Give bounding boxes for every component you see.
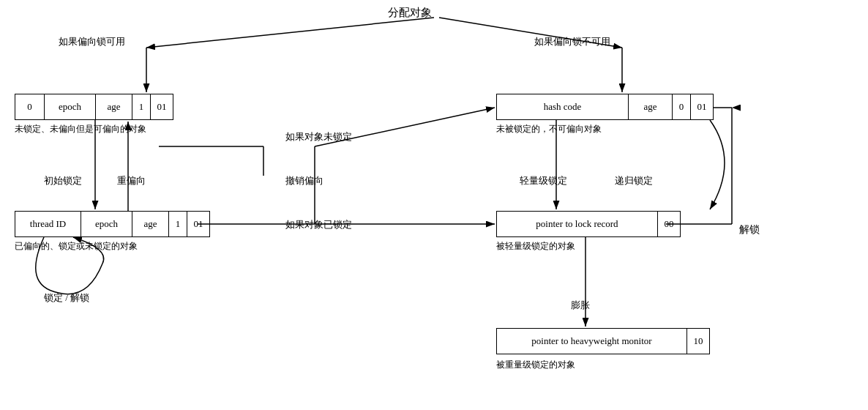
cell-0: 0 (15, 94, 45, 119)
box-unbiased: 0 epoch age 1 01 (15, 94, 173, 120)
cell-10: 10 (687, 329, 709, 354)
box3-label: 未被锁定的，不可偏向对象 (496, 123, 602, 135)
title-label: 分配对象 (388, 6, 432, 20)
inflate-label: 膨胀 (571, 299, 590, 312)
cell-epoch2: epoch (81, 212, 132, 236)
left-condition-label: 如果偏向锁可用 (59, 35, 125, 48)
cell-1b: 1 (169, 212, 187, 236)
box5-label: 被重量级锁定的对象 (496, 359, 575, 371)
lock-unlock-label: 锁定 / 解锁 (44, 291, 89, 305)
arrows-svg (0, 0, 868, 410)
cell-00: 00 (658, 212, 680, 236)
cell-heavyptr: pointer to heavyweight monitor (497, 329, 687, 354)
cell-01a: 01 (151, 94, 173, 119)
unlock-label: 解锁 (739, 223, 760, 236)
rebias-label: 重偏向 (117, 174, 146, 187)
cell-01c: 01 (691, 94, 713, 119)
cell-epoch1: epoch (45, 94, 96, 119)
recursive-label: 递归锁定 (615, 174, 653, 187)
revoke-label: 撤销偏向 (285, 174, 323, 187)
cell-lockptr: pointer to lock record (497, 212, 658, 236)
lightweight-label: 轻量级锁定 (520, 174, 567, 187)
cell-hashcode: hash code (497, 94, 629, 119)
box-heavyweight: pointer to heavyweight monitor 10 (496, 328, 710, 354)
box-lockrecord: pointer to lock record 00 (496, 211, 681, 237)
if-unlocked-label: 如果对象未锁定 (285, 130, 352, 144)
box4-label: 被轻量级锁定的对象 (496, 240, 575, 253)
if-locked-label: 如果对象已锁定 (285, 218, 352, 231)
box-biased: thread ID epoch age 1 01 (15, 211, 210, 237)
box-hashcode: hash code age 0 01 (496, 94, 714, 120)
box2-label: 已偏向的、锁定或未锁定的对象 (15, 240, 138, 253)
cell-age3: age (629, 94, 673, 119)
cell-age1: age (96, 94, 132, 119)
cell-threadid: thread ID (15, 212, 81, 236)
cell-01b: 01 (187, 212, 209, 236)
diagram: 分配对象 如果偏向锁可用 如果偏向锁不可用 0 epoch age 1 01 未… (0, 0, 868, 410)
cell-1a: 1 (132, 94, 151, 119)
cell-age2: age (132, 212, 169, 236)
init-lock-label: 初始锁定 (44, 174, 82, 187)
svg-line-2 (146, 18, 434, 48)
right-condition-label: 如果偏向锁不可用 (534, 35, 610, 48)
cell-0b: 0 (673, 94, 691, 119)
box1-label: 未锁定、未偏向但是可偏向的对象 (15, 123, 146, 135)
